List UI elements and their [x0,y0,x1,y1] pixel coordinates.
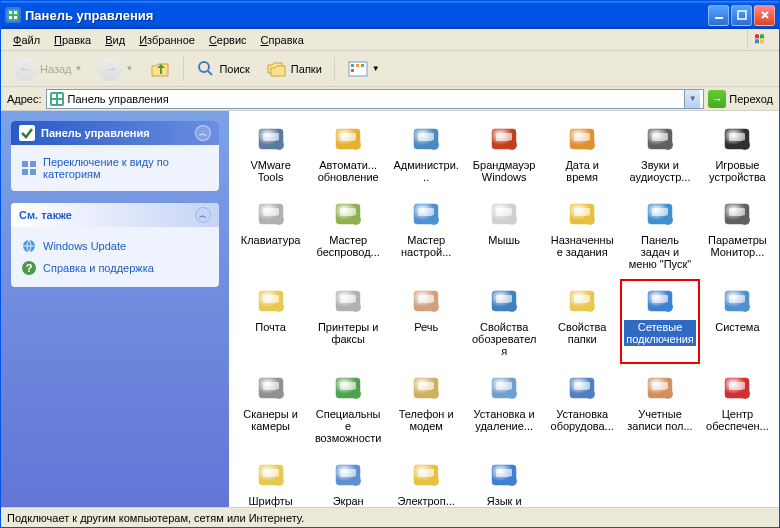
menu-help[interactable]: Справка [255,32,310,48]
cp-item-13[interactable]: Параметры Монитор... [700,194,775,275]
cp-icon [644,123,676,155]
svg-rect-20 [30,161,36,167]
cp-item-31[interactable]: Язык и региональ... [466,455,542,507]
switch-category-view-link[interactable]: Переключение к виду по категориям [21,153,209,183]
svg-rect-1 [9,11,12,14]
cp-icon [644,372,676,404]
views-button[interactable]: ▼ [341,55,386,83]
cp-item-23[interactable]: Телефон и модем [388,368,464,449]
menu-favorites[interactable]: Избранное [133,32,201,48]
menu-edit[interactable]: Правка [48,32,97,48]
svg-point-40 [585,140,595,150]
cp-item-26[interactable]: Учетные записи пол... [622,368,698,449]
svg-rect-42 [652,133,668,141]
maximize-button[interactable] [731,5,752,26]
cp-icon [721,198,753,230]
cp-item-11[interactable]: Назначенные задания [544,194,620,275]
svg-rect-93 [340,382,356,390]
svg-rect-84 [652,295,668,303]
svg-rect-57 [496,208,512,216]
menu-file[interactable]: Файл [7,32,46,48]
svg-rect-0 [7,9,19,21]
cp-item-21[interactable]: Сканеры и камеры [233,368,308,449]
help-support-link[interactable]: ? Справка и поддержка [21,257,209,279]
menubar: Файл Правка Вид Избранное Сервис Справка [1,29,779,51]
cp-icon [332,372,364,404]
svg-point-97 [429,389,439,399]
svg-rect-10 [356,64,359,67]
cp-item-28[interactable]: Шрифты [233,455,308,507]
svg-point-115 [351,476,361,486]
forward-arrow-icon: → [98,57,122,81]
cp-label: Телефон и модем [390,407,462,433]
cp-label: Назначенные задания [546,233,618,259]
svg-rect-108 [729,382,745,390]
forward-button[interactable]: → ▼ [92,53,139,85]
address-value: Панель управления [68,93,681,105]
svg-point-106 [663,389,673,399]
cp-item-16[interactable]: Речь [388,281,464,362]
cp-item-24[interactable]: Установка и удаление... [466,368,542,449]
cp-item-18[interactable]: Свойства папки [544,281,620,362]
svg-point-70 [274,302,284,312]
cp-item-0[interactable]: VMware Tools [233,119,308,188]
search-button[interactable]: Поиск [190,55,255,83]
svg-point-85 [663,302,673,312]
windows-update-link[interactable]: Windows Update [21,235,209,257]
cp-label: Звуки и аудиоустр... [624,158,696,184]
up-button[interactable] [143,54,177,84]
folders-button[interactable]: Папки [260,55,328,83]
cp-icon [566,372,598,404]
cp-item-8[interactable]: Мастер беспровод... [310,194,386,275]
collapse-icon[interactable]: ︿ [195,125,211,141]
explorer-window: Панель управления Файл Правка Вид Избран… [0,0,780,528]
svg-point-34 [429,140,439,150]
titlebar[interactable]: Панель управления [1,1,779,29]
cp-item-4[interactable]: Дата и время [544,119,620,188]
cp-icon [488,285,520,317]
address-input[interactable]: Панель управления ▼ [46,89,705,109]
minimize-button[interactable] [708,5,729,26]
dropdown-arrow-icon[interactable]: ▼ [684,90,700,108]
cp-item-20[interactable]: Система [700,281,775,362]
cp-item-29[interactable]: Экран [310,455,386,507]
window-title: Панель управления [25,8,708,23]
cp-item-7[interactable]: Клавиатура [233,194,308,275]
collapse-icon[interactable]: ︿ [195,207,211,223]
cp-item-6[interactable]: Игровые устройства [700,119,775,188]
cp-item-1[interactable]: Автомати... обновление [310,119,386,188]
svg-rect-81 [574,295,590,303]
cp-item-9[interactable]: Мастер настрой... [388,194,464,275]
go-button[interactable]: → Переход [708,90,773,108]
cp-item-5[interactable]: Звуки и аудиоустр... [622,119,698,188]
svg-rect-19 [22,161,28,167]
svg-point-46 [740,140,750,150]
panel-see-also-header[interactable]: См. также ︿ [11,203,219,227]
cp-icon [488,198,520,230]
cp-item-22[interactable]: Специальные возможности [310,368,386,449]
cp-item-27[interactable]: Центр обеспечен... [700,368,775,449]
cp-icon [410,459,442,491]
folder-up-icon [149,58,171,80]
cp-item-19[interactable]: Сетевые подключения [622,281,698,362]
cp-label: Мастер беспровод... [312,233,384,259]
cp-label: Клавиатура [239,233,303,247]
cp-item-10[interactable]: Мышь [466,194,542,275]
cp-item-30[interactable]: Электроп... [388,455,464,507]
cp-item-2[interactable]: Администри... [388,119,464,188]
cp-item-15[interactable]: Принтеры и факсы [310,281,386,362]
panel-control-header[interactable]: Панель управления ︿ [11,121,219,145]
content-area[interactable]: VMware ToolsАвтомати... обновлениеАдмини… [229,111,779,507]
svg-point-7 [199,62,209,72]
cp-item-25[interactable]: Установка оборудова... [544,368,620,449]
svg-rect-54 [418,208,434,216]
cp-item-3[interactable]: Брандмауэр Windows [466,119,542,188]
menu-tools[interactable]: Сервис [203,32,253,48]
close-button[interactable] [754,5,775,26]
check-icon [19,125,35,141]
menu-view[interactable]: Вид [99,32,131,48]
back-button[interactable]: ← Назад ▼ [7,53,88,85]
cp-item-17[interactable]: Свойства обозревателя [466,281,542,362]
cp-item-14[interactable]: Почта [233,281,308,362]
cp-item-12[interactable]: Панель задач и меню "Пуск" [622,194,698,275]
